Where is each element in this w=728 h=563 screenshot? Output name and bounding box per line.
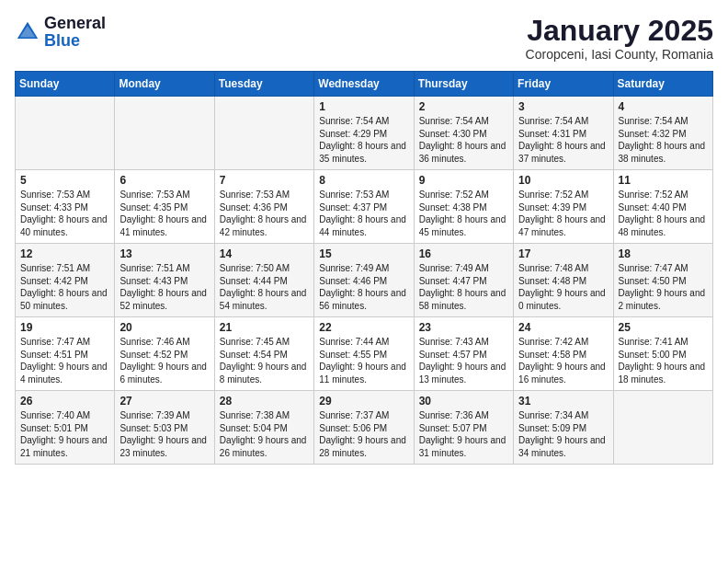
cell-2-1: 13Sunrise: 7:51 AM Sunset: 4:43 PM Dayli… — [115, 244, 214, 317]
day-number: 6 — [119, 174, 209, 187]
cell-2-2: 14Sunrise: 7:50 AM Sunset: 4:44 PM Dayli… — [214, 244, 313, 317]
day-info: Sunrise: 7:51 AM Sunset: 4:43 PM Dayligh… — [119, 262, 209, 312]
cell-4-2: 28Sunrise: 7:38 AM Sunset: 5:04 PM Dayli… — [214, 391, 313, 465]
logo-blue: Blue — [44, 31, 80, 50]
day-info: Sunrise: 7:43 AM Sunset: 4:57 PM Dayligh… — [419, 336, 508, 385]
day-info: Sunrise: 7:36 AM Sunset: 5:07 PM Dayligh… — [419, 409, 508, 459]
day-info: Sunrise: 7:53 AM Sunset: 4:35 PM Dayligh… — [119, 189, 209, 238]
header-saturday: Saturday — [613, 72, 712, 97]
calendar-body: 1Sunrise: 7:54 AM Sunset: 4:29 PM Daylig… — [16, 97, 713, 465]
cell-2-6: 18Sunrise: 7:47 AM Sunset: 4:50 PM Dayli… — [613, 244, 712, 317]
day-info: Sunrise: 7:46 AM Sunset: 4:52 PM Dayligh… — [119, 336, 209, 385]
cell-1-3: 8Sunrise: 7:53 AM Sunset: 4:37 PM Daylig… — [314, 170, 414, 244]
cell-0-6: 4Sunrise: 7:54 AM Sunset: 4:32 PM Daylig… — [613, 97, 712, 170]
day-number: 13 — [119, 247, 209, 260]
day-number: 17 — [518, 247, 608, 260]
day-info: Sunrise: 7:54 AM Sunset: 4:31 PM Dayligh… — [518, 115, 608, 165]
cell-0-0 — [16, 97, 115, 170]
cell-1-6: 11Sunrise: 7:52 AM Sunset: 4:40 PM Dayli… — [613, 170, 712, 244]
logo-text: General Blue — [44, 15, 106, 50]
cell-2-3: 15Sunrise: 7:49 AM Sunset: 4:46 PM Dayli… — [314, 244, 414, 317]
day-info: Sunrise: 7:40 AM Sunset: 5:01 PM Dayligh… — [20, 409, 109, 459]
cell-4-0: 26Sunrise: 7:40 AM Sunset: 5:01 PM Dayli… — [16, 391, 115, 465]
header-monday: Monday — [115, 72, 214, 97]
header-tuesday: Tuesday — [214, 72, 313, 97]
day-info: Sunrise: 7:42 AM Sunset: 4:58 PM Dayligh… — [518, 336, 608, 385]
week-row-1: 1Sunrise: 7:54 AM Sunset: 4:29 PM Daylig… — [16, 97, 713, 170]
cell-4-3: 29Sunrise: 7:37 AM Sunset: 5:06 PM Dayli… — [314, 391, 414, 465]
day-number: 9 — [419, 174, 508, 187]
cell-1-2: 7Sunrise: 7:53 AM Sunset: 4:36 PM Daylig… — [214, 170, 313, 244]
day-info: Sunrise: 7:54 AM Sunset: 4:32 PM Dayligh… — [619, 115, 708, 165]
cell-1-4: 9Sunrise: 7:52 AM Sunset: 4:38 PM Daylig… — [414, 170, 513, 244]
week-row-3: 12Sunrise: 7:51 AM Sunset: 4:42 PM Dayli… — [16, 244, 713, 317]
cell-3-1: 20Sunrise: 7:46 AM Sunset: 4:52 PM Dayli… — [115, 317, 214, 391]
day-info: Sunrise: 7:49 AM Sunset: 4:47 PM Dayligh… — [419, 262, 508, 312]
day-number: 12 — [20, 247, 109, 260]
day-number: 10 — [518, 174, 608, 187]
logo-icon — [15, 19, 40, 45]
header-row: SundayMondayTuesdayWednesdayThursdayFrid… — [16, 72, 713, 97]
day-number: 18 — [619, 247, 708, 260]
week-row-2: 5Sunrise: 7:53 AM Sunset: 4:33 PM Daylig… — [16, 170, 713, 244]
cell-1-5: 10Sunrise: 7:52 AM Sunset: 4:39 PM Dayli… — [514, 170, 613, 244]
day-number: 25 — [619, 321, 708, 334]
cell-2-0: 12Sunrise: 7:51 AM Sunset: 4:42 PM Dayli… — [16, 244, 115, 317]
day-number: 31 — [518, 395, 608, 408]
cell-0-3: 1Sunrise: 7:54 AM Sunset: 4:29 PM Daylig… — [314, 97, 414, 170]
calendar-subtitle: Coropceni, Iasi County, Romania — [526, 47, 713, 62]
day-info: Sunrise: 7:53 AM Sunset: 4:33 PM Dayligh… — [20, 189, 109, 238]
cell-0-2 — [214, 97, 313, 170]
calendar-header: SundayMondayTuesdayWednesdayThursdayFrid… — [16, 72, 713, 97]
day-number: 22 — [319, 321, 408, 334]
cell-0-5: 3Sunrise: 7:54 AM Sunset: 4:31 PM Daylig… — [514, 97, 613, 170]
cell-4-1: 27Sunrise: 7:39 AM Sunset: 5:03 PM Dayli… — [115, 391, 214, 465]
day-info: Sunrise: 7:47 AM Sunset: 4:51 PM Dayligh… — [20, 336, 109, 385]
day-info: Sunrise: 7:37 AM Sunset: 5:06 PM Dayligh… — [319, 409, 408, 459]
week-row-5: 26Sunrise: 7:40 AM Sunset: 5:01 PM Dayli… — [16, 391, 713, 465]
cell-3-6: 25Sunrise: 7:41 AM Sunset: 5:00 PM Dayli… — [613, 317, 712, 391]
day-info: Sunrise: 7:48 AM Sunset: 4:48 PM Dayligh… — [518, 262, 608, 312]
cell-2-4: 16Sunrise: 7:49 AM Sunset: 4:47 PM Dayli… — [414, 244, 513, 317]
header-sunday: Sunday — [16, 72, 115, 97]
day-info: Sunrise: 7:53 AM Sunset: 4:36 PM Dayligh… — [220, 189, 309, 238]
day-number: 1 — [319, 100, 408, 113]
cell-3-4: 23Sunrise: 7:43 AM Sunset: 4:57 PM Dayli… — [414, 317, 513, 391]
day-number: 8 — [319, 174, 408, 187]
header-wednesday: Wednesday — [314, 72, 414, 97]
day-number: 15 — [319, 247, 408, 260]
day-number: 5 — [20, 174, 109, 187]
cell-4-6 — [613, 391, 712, 465]
day-number: 4 — [619, 100, 708, 113]
day-number: 28 — [220, 395, 309, 408]
day-info: Sunrise: 7:47 AM Sunset: 4:50 PM Dayligh… — [619, 262, 708, 312]
header-friday: Friday — [514, 72, 613, 97]
day-number: 11 — [619, 174, 708, 187]
day-number: 20 — [119, 321, 209, 334]
day-number: 24 — [518, 321, 608, 334]
cell-0-1 — [115, 97, 214, 170]
day-info: Sunrise: 7:39 AM Sunset: 5:03 PM Dayligh… — [119, 409, 209, 459]
day-info: Sunrise: 7:38 AM Sunset: 5:04 PM Dayligh… — [220, 409, 309, 459]
day-number: 21 — [220, 321, 309, 334]
cell-3-5: 24Sunrise: 7:42 AM Sunset: 4:58 PM Dayli… — [514, 317, 613, 391]
day-info: Sunrise: 7:54 AM Sunset: 4:30 PM Dayligh… — [419, 115, 508, 165]
cell-3-0: 19Sunrise: 7:47 AM Sunset: 4:51 PM Dayli… — [16, 317, 115, 391]
week-row-4: 19Sunrise: 7:47 AM Sunset: 4:51 PM Dayli… — [16, 317, 713, 391]
cell-3-3: 22Sunrise: 7:44 AM Sunset: 4:55 PM Dayli… — [314, 317, 414, 391]
day-info: Sunrise: 7:52 AM Sunset: 4:39 PM Dayligh… — [518, 189, 608, 238]
cell-4-5: 31Sunrise: 7:34 AM Sunset: 5:09 PM Dayli… — [514, 391, 613, 465]
day-number: 2 — [419, 100, 508, 113]
cell-3-2: 21Sunrise: 7:45 AM Sunset: 4:54 PM Dayli… — [214, 317, 313, 391]
day-number: 7 — [220, 174, 309, 187]
header-thursday: Thursday — [414, 72, 513, 97]
day-info: Sunrise: 7:52 AM Sunset: 4:38 PM Dayligh… — [419, 189, 508, 238]
day-info: Sunrise: 7:51 AM Sunset: 4:42 PM Dayligh… — [20, 262, 109, 312]
day-number: 19 — [20, 321, 109, 334]
day-info: Sunrise: 7:49 AM Sunset: 4:46 PM Dayligh… — [319, 262, 408, 312]
day-info: Sunrise: 7:34 AM Sunset: 5:09 PM Dayligh… — [518, 409, 608, 459]
day-number: 23 — [419, 321, 508, 334]
day-number: 3 — [518, 100, 608, 113]
day-number: 14 — [220, 247, 309, 260]
day-number: 27 — [119, 395, 209, 408]
